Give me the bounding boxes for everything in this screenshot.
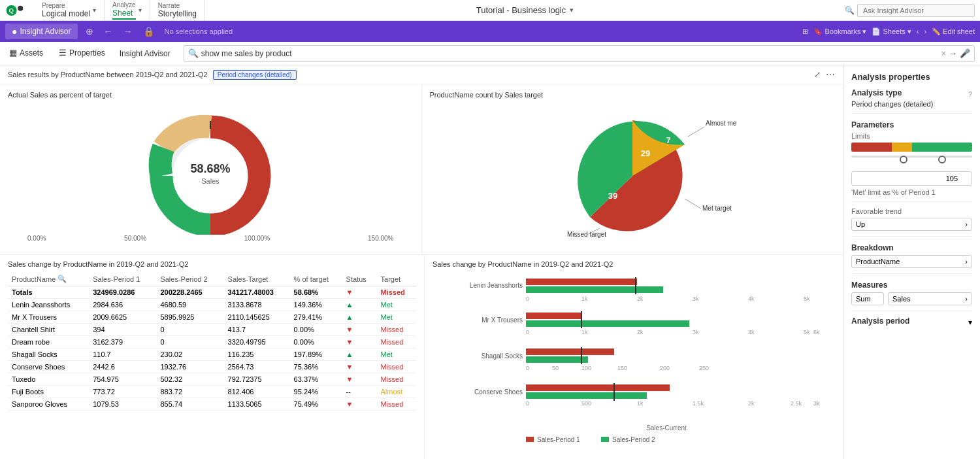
row-icon: ▼: [342, 361, 377, 373]
help-icon[interactable]: ?: [968, 90, 972, 98]
analyze-label-main: Sheet: [112, 8, 136, 20]
totals-pct: 58.68%: [290, 286, 342, 299]
donut-chart-wrapper: 58.68% Sales: [8, 104, 414, 235]
measures-agg-select[interactable]: Sum: [851, 292, 884, 305]
prev-sheet-icon[interactable]: ‹: [917, 27, 919, 35]
svg-text:500: 500: [581, 400, 591, 407]
row-p2: 0: [156, 336, 223, 348]
favorable-trend-label: Favorable trend: [851, 207, 972, 215]
forward-icon[interactable]: →: [121, 26, 135, 37]
insight-btn-label: Insight Advisor: [20, 27, 71, 36]
nav-prepare[interactable]: Prepare Logical model ▾: [34, 0, 105, 20]
slider-thumb-right[interactable]: [938, 156, 946, 163]
totals-p1: 324969.0286: [89, 286, 156, 299]
met-limit-label: 'Met' limit as % of Period 1: [851, 188, 972, 196]
donut-svg: 58.68% Sales: [119, 104, 302, 235]
svg-text:50: 50: [552, 365, 559, 371]
svg-rect-19: [526, 286, 663, 293]
svg-text:Met target: Met target: [702, 205, 732, 212]
edit-sheet-button[interactable]: ✏️ Edit sheet: [932, 27, 975, 36]
table-row: Sanporoo Gloves 1079.53 855.74 1133.5065…: [8, 398, 416, 411]
divider-5: [851, 311, 972, 311]
row-p1: 754.975: [89, 373, 156, 386]
tab-assets[interactable]: ▦ Assets: [5, 42, 47, 65]
app-title: Tutorial - Business logic: [476, 5, 566, 15]
row-name: Mr X Trousers: [8, 311, 89, 324]
svg-text:Missed target: Missed target: [567, 231, 606, 238]
row-status: Met: [377, 348, 416, 361]
col-target-label: Target: [377, 272, 416, 286]
row-p2: 230.02: [156, 348, 223, 361]
totals-status: Missed: [377, 286, 416, 299]
row-icon: ▼: [342, 373, 377, 386]
tab-properties[interactable]: ☰ Properties: [55, 42, 109, 65]
mic-icon[interactable]: 🎤: [960, 48, 970, 58]
table-totals-row: Totals 324969.0286 200228.2465 341217.48…: [8, 286, 416, 299]
assets-icon: ▦: [9, 48, 17, 58]
insight-search-input[interactable]: [201, 49, 939, 58]
favorable-trend-chevron: ›: [965, 220, 968, 228]
table-row: Conserve Shoes 2442.6 1932.76 2564.73 75…: [8, 361, 416, 373]
row-name: Lenin Jeansshorts: [8, 299, 89, 311]
slider-thumb-left[interactable]: [900, 156, 907, 163]
svg-text:4k: 4k: [748, 296, 755, 302]
row-pct: 0.00%: [290, 336, 342, 348]
bar-chart-section: Sales change by ProductName in 2019-Q2 a…: [425, 255, 843, 459]
top-search-area: 🔍: [845, 4, 975, 17]
analysis-period-row[interactable]: Analysis period ▾: [851, 316, 972, 328]
expand-icon[interactable]: ⤢: [814, 70, 821, 79]
prepare-label-small: Prepare: [42, 2, 90, 9]
pie-chart-wrapper: 39 29 7 Almost met target Met target Mis…: [430, 104, 836, 248]
svg-rect-40: [526, 356, 588, 363]
svg-text:2k: 2k: [637, 296, 644, 302]
svg-text:58.68%: 58.68%: [191, 162, 231, 175]
svg-text:3k: 3k: [693, 329, 699, 335]
top-search-input[interactable]: [857, 4, 975, 17]
second-toolbar: ● Insight Advisor ⊕ ← → 🔒 No selections …: [0, 21, 980, 42]
target-icon[interactable]: ⊕: [83, 26, 96, 37]
lock-icon[interactable]: 🔒: [140, 26, 157, 37]
pie-chart-title: ProductName count by Sales target: [430, 91, 836, 99]
svg-text:Mr X Trousers: Mr X Trousers: [482, 316, 523, 324]
divider-4: [851, 273, 972, 274]
favorable-trend-select[interactable]: Up ›: [851, 218, 972, 231]
bookmarks-button[interactable]: 🔖 Bookmarks ▾: [813, 27, 866, 36]
donut-label-100: 100.00%: [244, 235, 270, 242]
met-limit-input[interactable]: [851, 171, 972, 186]
search-clear-icon[interactable]: ×: [941, 48, 946, 58]
nav-analyze[interactable]: Analyze Sheet ▾: [105, 0, 150, 20]
row-p2: 5895.9925: [156, 311, 223, 324]
measures-field-value: Sales: [892, 295, 911, 303]
svg-text:4k: 4k: [748, 329, 755, 335]
svg-text:200: 200: [660, 365, 670, 371]
svg-rect-28: [526, 313, 581, 319]
more-options-icon[interactable]: ⋯: [826, 69, 835, 80]
totals-target: 341217.48003: [224, 286, 290, 299]
gradient-slider[interactable]: [851, 156, 972, 166]
row-p2: 855.74: [156, 398, 223, 411]
back-icon[interactable]: ←: [101, 26, 116, 37]
go-icon[interactable]: →: [949, 48, 957, 58]
top-nav: Q Prepare Logical model ▾ Analyze Sheet …: [0, 0, 980, 21]
search-bar-icon: 🔍: [188, 48, 199, 58]
sheets-button[interactable]: 📄 Sheets ▾: [872, 27, 911, 36]
breakdown-select[interactable]: ProductName ›: [851, 255, 972, 268]
svg-text:29: 29: [641, 148, 650, 158]
col-pct: % of target: [290, 272, 342, 286]
svg-rect-62: [601, 437, 609, 442]
insight-advisor-button[interactable]: ● Insight Advisor: [5, 24, 78, 39]
grid-icon[interactable]: ⊞: [802, 27, 808, 36]
next-sheet-icon[interactable]: ›: [924, 27, 926, 35]
svg-text:7: 7: [666, 136, 670, 145]
nav-narrate[interactable]: Narrate Storytelling: [150, 0, 205, 20]
right-panel-title: Analysis properties: [851, 72, 972, 82]
col-search-icon[interactable]: 🔍: [57, 275, 67, 283]
breakdown-label: Breakdown: [851, 243, 972, 252]
qlik-logo: Q: [5, 4, 26, 17]
row-icon: ▼: [342, 324, 377, 336]
measures-field-select[interactable]: Sales ›: [888, 292, 972, 305]
table-section: Sales change by ProductName in 2019-Q2 a…: [0, 255, 425, 459]
row-p2: 0: [156, 324, 223, 336]
row-p2: 883.72: [156, 386, 223, 398]
row-icon: --: [342, 386, 377, 398]
